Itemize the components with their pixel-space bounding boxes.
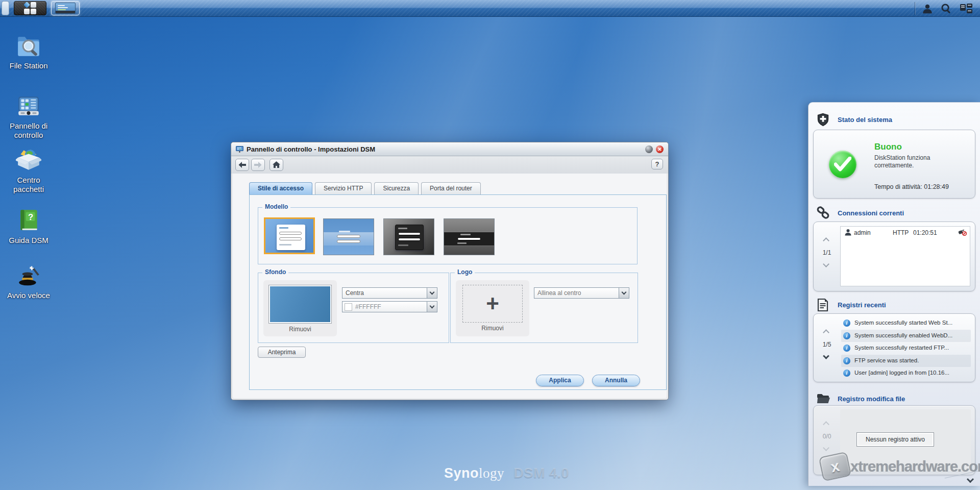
background-remove-link[interactable]: Rimuovi xyxy=(263,326,337,333)
window-title-icon xyxy=(235,145,244,154)
file-log-header: Registro modifica file xyxy=(808,393,980,406)
control-panel-icon xyxy=(16,93,41,118)
shield-icon xyxy=(816,113,830,127)
show-desktop-button[interactable] xyxy=(2,1,9,15)
help-button[interactable]: ? xyxy=(651,159,663,169)
template-thumbnail-blue-band[interactable] xyxy=(323,218,374,255)
template-thumbnail-dark-card[interactable] xyxy=(383,218,434,255)
template-thumbnail-blue-card[interactable] xyxy=(264,217,315,254)
info-icon: i xyxy=(843,370,850,377)
section-title: Registri recenti xyxy=(838,301,886,309)
system-status-header: Stato del sistema xyxy=(808,114,980,127)
background-legend: Sfondo xyxy=(262,268,288,276)
template-thumbnail-dark-band[interactable] xyxy=(444,218,495,255)
window-content: Stile di accesso Servizio HTTP Sicurezza… xyxy=(233,174,667,398)
apply-button[interactable]: Applica xyxy=(536,375,584,386)
background-preview-image[interactable] xyxy=(268,285,332,324)
user-icon xyxy=(845,229,851,236)
logo-align-select[interactable]: Allinea al centro xyxy=(534,287,629,299)
logs-pager: 1/5 xyxy=(814,314,840,382)
pager-down-icon[interactable] xyxy=(823,353,829,359)
pager-up-icon[interactable] xyxy=(823,237,829,244)
disconnect-icon[interactable] xyxy=(958,229,967,236)
pager-up-icon[interactable] xyxy=(823,421,829,428)
info-icon: i xyxy=(843,357,850,364)
section-title: Connessioni correnti xyxy=(838,209,904,217)
template-legend: Modello xyxy=(262,203,290,210)
tab-porta-del-router[interactable]: Porta del router xyxy=(421,182,481,194)
brand-version: DSM 4.0 xyxy=(513,465,569,481)
log-row: i System successfully restarted FTP... xyxy=(841,342,971,355)
desktop-icon-file-station[interactable]: File Station xyxy=(2,33,55,70)
watermark-x-badge: x xyxy=(819,452,852,482)
logo-fieldset: Logo + Rimuovi Allinea al centro xyxy=(450,273,638,343)
log-text: System successfully started Web St... xyxy=(854,320,970,326)
background-fieldset: Sfondo Rimuovi Centra #FFFFFF xyxy=(258,273,449,343)
dsm-help-icon: ? xyxy=(16,207,41,233)
log-row: i System successfully enabled WebD... xyxy=(841,330,971,342)
desktop: File Station Pannello di controllo Centr… xyxy=(0,0,980,490)
chevron-down-icon[interactable] xyxy=(427,302,437,312)
system-status-card: Buono DiskStation funziona correttamente… xyxy=(813,130,975,199)
tab-servizio-http[interactable]: Servizio HTTP xyxy=(315,182,372,194)
window-toolbar: ? xyxy=(231,156,668,174)
forward-button[interactable] xyxy=(251,159,265,171)
background-position-select[interactable]: Centra xyxy=(342,287,437,299)
color-swatch xyxy=(345,303,352,311)
main-menu-button[interactable] xyxy=(14,1,46,15)
desktop-icon-quick-start[interactable]: Avvio veloce xyxy=(2,262,55,300)
log-text: FTP service was started. xyxy=(854,357,970,363)
taskbar xyxy=(0,0,980,17)
desktop-icon-label: Guida DSM xyxy=(2,236,55,245)
logo-upload-dropzone[interactable]: + xyxy=(462,285,523,323)
connection-user: admin xyxy=(854,229,871,236)
desktop-icon-dsm-help[interactable]: ? Guida DSM xyxy=(2,207,55,245)
minimize-button[interactable] xyxy=(645,145,653,153)
section-title: Registro modifica file xyxy=(838,395,905,403)
home-button[interactable] xyxy=(270,159,283,171)
connection-row[interactable]: admin HTTP 01:20:51 xyxy=(841,227,970,238)
connection-protocol: HTTP xyxy=(893,229,909,236)
pager-down-icon[interactable] xyxy=(823,261,829,267)
tab-bar: Stile di accesso Servizio HTTP Sicurezza… xyxy=(249,182,481,194)
desktop-icon-label: Pannello di controllo xyxy=(2,121,55,140)
pilot-view-icon[interactable] xyxy=(959,2,974,15)
template-fieldset: Modello xyxy=(258,207,638,264)
link-icon xyxy=(816,206,830,220)
search-icon[interactable] xyxy=(938,2,953,15)
tab-sicurezza[interactable]: Sicurezza xyxy=(374,182,419,194)
log-text: System successfully enabled WebD... xyxy=(854,332,970,338)
desktop-icon-package-center[interactable]: Centro pacchetti xyxy=(2,147,55,194)
log-row: i User [admin] logged in from [10.16... xyxy=(841,367,971,380)
tab-stile-di-accesso[interactable]: Stile di accesso xyxy=(249,182,312,194)
chevron-down-icon[interactable] xyxy=(619,288,629,298)
desktop-icon-control-panel[interactable]: Pannello di controllo xyxy=(2,93,55,140)
logo-remove-link[interactable]: Rimuovi xyxy=(456,325,529,332)
log-row: i System successfully started Web St... xyxy=(841,317,971,330)
back-button[interactable] xyxy=(235,159,249,171)
log-text: System successfully restarted FTP... xyxy=(854,345,970,351)
close-icon[interactable]: ✕ xyxy=(656,145,664,153)
window-title: Pannello di controllo - Impostazioni DSM xyxy=(247,145,375,153)
background-preview-holder: Rimuovi xyxy=(263,280,337,336)
taskbar-item-control-panel[interactable] xyxy=(51,1,80,15)
quick-start-icon xyxy=(16,262,41,288)
folder-icon xyxy=(816,392,830,406)
chevron-down-icon[interactable] xyxy=(427,288,437,298)
log-text: User [admin] logged in from [10.16... xyxy=(854,370,970,376)
pager-down-icon[interactable] xyxy=(823,445,829,451)
window-titlebar[interactable]: Pannello di controllo - Impostazioni DSM… xyxy=(231,142,668,156)
logo-upload-holder: + Rimuovi xyxy=(456,280,529,336)
widget-sidebar: Stato del sistema Buono DiskStation funz… xyxy=(808,102,980,486)
window-thumbnail-icon xyxy=(55,3,76,14)
section-title: Stato del sistema xyxy=(838,116,892,124)
preview-button[interactable]: Anteprima xyxy=(258,347,306,358)
info-icon: i xyxy=(843,320,850,327)
pager-up-icon[interactable] xyxy=(823,329,829,336)
user-icon[interactable] xyxy=(920,2,935,15)
log-list: i System successfully started Web St... … xyxy=(841,317,971,379)
recent-logs-header: Registri recenti xyxy=(808,299,980,312)
cancel-button[interactable]: Annulla xyxy=(592,375,640,386)
template-thumbnails xyxy=(263,217,496,257)
background-color-select[interactable]: #FFFFFF xyxy=(342,301,437,312)
